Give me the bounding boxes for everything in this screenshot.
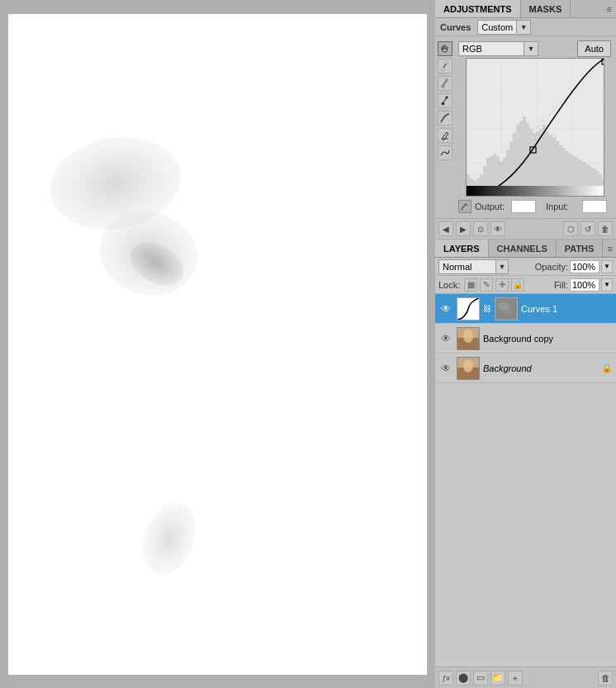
curve-tool[interactable]	[438, 111, 453, 126]
layer-fx-icon[interactable]: ƒx	[438, 671, 453, 686]
output-input-row: Output: Input:	[455, 198, 614, 215]
curves-header: Curves Custom ▼	[435, 18, 616, 36]
locks-row: Lock: ▦ ✎ ✛ 🔒 Fill: 100% ▼	[435, 276, 616, 294]
right-panel: ADJUSTMENTS MASKS ≡ Curves Custom ▼	[435, 0, 616, 688]
layer-name-bgcopy: Background copy	[483, 334, 613, 344]
layer-name-curves1: Curves 1	[521, 304, 613, 314]
opacity-value[interactable]: 100%	[570, 260, 599, 273]
svg-rect-3	[442, 85, 444, 88]
layer-mask-curves1	[495, 297, 518, 320]
curves-tool-area: RGB ▼ Auto	[435, 36, 616, 218]
auto-button[interactable]: Auto	[577, 40, 611, 57]
layer-item-bg[interactable]: 👁 Background 🔒	[435, 353, 616, 383]
channel-arrow[interactable]: ▼	[524, 41, 538, 56]
curves-tools-sidebar	[437, 40, 453, 215]
forward-icon[interactable]: ▶	[456, 221, 471, 236]
curves-graph-container: RGB ▼ Auto	[455, 40, 614, 215]
svg-point-5	[446, 79, 448, 82]
layer-eye-curves1[interactable]: 👁	[438, 301, 453, 316]
fill-value[interactable]: 100%	[570, 278, 599, 292]
layer-eye-bgcopy[interactable]: 👁	[438, 331, 453, 346]
adjustments-bottom-icons: ◀ ▶ ⊙ 👁 ⬡ ↺ 🗑	[435, 218, 616, 240]
output-eyedropper-icon[interactable]	[458, 200, 471, 213]
adjustments-tabs: ADJUSTMENTS MASKS ≡	[435, 0, 616, 18]
svg-rect-57	[461, 209, 463, 211]
layers-bottom: ƒx ⬤ ▭ 📁 + 🗑	[435, 667, 616, 688]
lock-pixels-icon[interactable]: ✎	[480, 278, 493, 292]
layers-panel-collapse[interactable]: ≡	[603, 240, 616, 257]
canvas-area	[0, 0, 435, 688]
curves-preset-arrow[interactable]: ▼	[516, 20, 531, 35]
svg-point-65	[463, 330, 473, 343]
channel-select-wrap: RGB ▼	[458, 41, 572, 56]
layer-link-curves1: ⛓	[483, 302, 491, 316]
layer-delete-icon[interactable]: 🗑	[598, 671, 613, 686]
fill-row: Fill: 100% ▼	[554, 278, 613, 292]
curves-preset-wrap: Custom ▼	[477, 20, 531, 35]
layer-item-bgcopy[interactable]: 👁 Background copy	[435, 324, 616, 353]
locks-label: Lock:	[438, 280, 460, 290]
curves-channel-row: RGB ▼ Auto	[455, 40, 614, 58]
layer-name-bg: Background	[483, 363, 598, 373]
tab-layers[interactable]: LAYERS	[435, 240, 489, 257]
delete-icon[interactable]: 🗑	[598, 221, 613, 236]
layers-controls: Normal ▼ Opacity: 100% ▼	[435, 258, 616, 276]
svg-rect-0	[442, 68, 444, 70]
hand-tool[interactable]	[438, 41, 453, 56]
reset-icon[interactable]: ⊙	[473, 221, 488, 236]
svg-point-68	[463, 359, 473, 372]
layer-group-icon[interactable]: 📁	[490, 671, 505, 686]
curves-preset-select[interactable]: Custom	[477, 20, 517, 35]
layer-eye-bg[interactable]: 👁	[438, 361, 453, 376]
prev-state-icon[interactable]: ↺	[580, 221, 595, 236]
svg-rect-6	[442, 102, 444, 105]
opacity-arrow[interactable]: ▼	[601, 260, 613, 273]
opacity-label: Opacity:	[535, 262, 568, 272]
eyedropper-black-tool[interactable]	[438, 93, 453, 108]
layer-thumb-bgcopy	[457, 327, 480, 350]
clip-icon[interactable]: ⬡	[563, 221, 578, 236]
svg-point-8	[446, 97, 448, 99]
svg-point-62	[505, 308, 513, 315]
eyedropper-white-tool[interactable]	[438, 59, 453, 74]
input-label: Input:	[546, 202, 579, 211]
layer-thumb-bg	[457, 357, 480, 380]
output-value[interactable]	[511, 200, 536, 213]
opacity-row: Opacity: 100% ▼	[535, 260, 613, 273]
canvas	[8, 14, 427, 675]
gradient-bar-bottom	[467, 186, 604, 196]
lock-position-icon[interactable]: ✛	[495, 278, 509, 292]
tab-masks[interactable]: MASKS	[521, 0, 571, 17]
tab-channels[interactable]: CHANNELS	[489, 240, 557, 257]
panel-collapse-icon[interactable]: ≡	[603, 0, 616, 17]
blend-mode-arrow[interactable]: ▼	[495, 259, 509, 274]
blend-mode-wrap: Normal ▼	[438, 259, 509, 274]
layer-new-icon[interactable]: +	[508, 671, 523, 686]
layer-mask-icon[interactable]: ▭	[473, 671, 488, 686]
input-value[interactable]	[582, 200, 607, 213]
layers-tabs: LAYERS CHANNELS PATHS ≡	[435, 240, 616, 258]
blob-4	[133, 495, 205, 581]
channel-select[interactable]: RGB	[458, 41, 524, 56]
curves-label: Curves	[440, 22, 471, 32]
lock-all-icon[interactable]: 🔒	[511, 278, 524, 292]
fill-arrow[interactable]: ▼	[601, 278, 613, 292]
layer-thumb-curves1	[457, 297, 480, 320]
curves-graph[interactable]	[466, 58, 604, 197]
layer-adjustment-icon[interactable]: ⬤	[456, 671, 471, 686]
eyedropper-gray-tool[interactable]	[438, 76, 453, 91]
smooth-tool[interactable]	[438, 145, 453, 160]
tab-paths[interactable]: PATHS	[557, 240, 604, 257]
layers-panel: LAYERS CHANNELS PATHS ≡ Normal ▼	[435, 240, 616, 688]
tab-adjustments[interactable]: ADJUSTMENTS	[435, 0, 521, 17]
visibility-icon[interactable]: 👁	[490, 221, 505, 236]
svg-point-2	[446, 62, 448, 64]
fill-label: Fill:	[554, 280, 568, 290]
layer-item-curves1[interactable]: 👁 ⛓	[435, 294, 616, 324]
blend-mode-select[interactable]: Normal	[438, 259, 496, 274]
pencil-tool[interactable]	[438, 128, 453, 143]
output-label: Output:	[475, 202, 508, 211]
back-icon[interactable]: ◀	[438, 221, 453, 236]
lock-transparency-icon[interactable]: ▦	[464, 278, 477, 292]
svg-rect-29	[523, 116, 526, 197]
